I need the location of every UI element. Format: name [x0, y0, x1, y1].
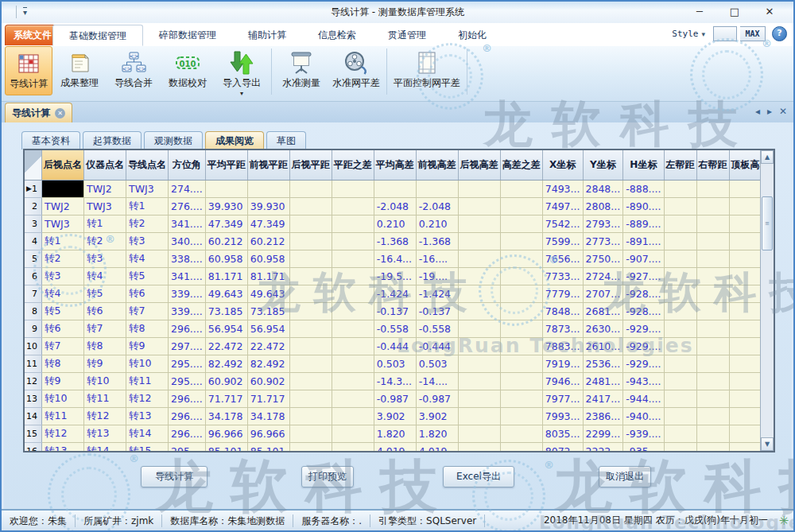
ribbon-button[interactable]: 010数据校对 [161, 46, 215, 89]
table-cell[interactable] [664, 407, 696, 425]
table-cell[interactable] [664, 372, 696, 390]
table-cell[interactable]: 7542... [542, 215, 583, 232]
table-cell[interactable]: 转12 [84, 407, 126, 425]
subtab[interactable]: 观测数据 [144, 131, 203, 150]
scroll-down-icon[interactable]: ▼ [761, 437, 774, 451]
table-cell[interactable] [458, 180, 500, 197]
table-cell[interactable] [664, 285, 696, 302]
table-cell[interactable] [289, 250, 332, 267]
table-cell[interactable]: 转13 [84, 425, 126, 442]
table-cell[interactable]: -929.... [623, 355, 664, 372]
table-cell[interactable] [289, 337, 332, 355]
table-cell[interactable]: 7733... [542, 267, 583, 285]
column-header[interactable]: 前视高差 [416, 150, 458, 180]
action-button[interactable]: 导线计算 [141, 466, 207, 487]
select-all-corner[interactable] [25, 150, 42, 180]
table-cell[interactable]: 2724... [583, 267, 623, 285]
table-cell[interactable]: 47.349 [247, 215, 289, 232]
table-cell[interactable] [696, 337, 729, 355]
table-cell[interactable]: 转11 [42, 407, 84, 425]
column-header[interactable]: 高差之差 [500, 150, 542, 180]
table-cell[interactable] [332, 232, 374, 250]
table-cell[interactable]: 2630... [583, 320, 623, 337]
subtab[interactable]: 起算数据 [83, 131, 142, 150]
table-cell[interactable]: 转10 [42, 390, 84, 407]
ribbon-button[interactable]: 水准测量 [274, 46, 328, 89]
table-cell[interactable]: 47.349 [205, 215, 247, 232]
table-cell[interactable] [458, 337, 500, 355]
scroll-up-icon[interactable]: ▲ [761, 150, 774, 164]
row-header[interactable]: 12 [25, 372, 42, 390]
table-cell[interactable] [332, 215, 374, 232]
table-cell[interactable] [458, 320, 500, 337]
table-cell[interactable] [289, 442, 332, 452]
table-cell[interactable]: 60.902 [247, 372, 289, 390]
table-cell[interactable]: 49.643 [205, 285, 247, 302]
table-cell[interactable]: 转9 [84, 355, 126, 372]
vertical-scrollbar[interactable]: ▲ ≡ ▼ [760, 150, 774, 451]
action-button[interactable]: Excel导出 [443, 466, 514, 487]
row-header[interactable]: 5 [25, 250, 42, 267]
table-cell[interactable] [664, 442, 696, 452]
table-cell[interactable]: 22.472 [205, 337, 247, 355]
table-cell[interactable] [458, 355, 500, 372]
table-cell[interactable]: 转6 [42, 320, 84, 337]
table-cell[interactable]: 7977... [542, 390, 583, 407]
table-cell[interactable]: 2793... [583, 215, 623, 232]
table-cell[interactable]: TWJ3 [126, 180, 169, 197]
table-cell[interactable]: 转13 [126, 407, 169, 425]
table-cell[interactable] [500, 285, 542, 302]
table-cell[interactable]: 56.954 [247, 320, 289, 337]
ribbon-button[interactable]: 导线计算 [5, 46, 52, 95]
table-cell[interactable]: -890.... [623, 197, 664, 215]
table-cell[interactable]: 转9 [42, 372, 84, 390]
table-cell[interactable] [289, 425, 332, 442]
column-header[interactable]: H坐标 [623, 150, 664, 180]
ribbon-button[interactable]: 导入导出▾ [215, 46, 269, 97]
table-cell[interactable]: -0.558 [374, 320, 416, 337]
table-cell[interactable] [289, 302, 332, 320]
tab-close-icon[interactable]: ✕ [55, 108, 65, 118]
table-cell[interactable]: TWJ3 [42, 215, 84, 232]
table-cell[interactable] [458, 215, 500, 232]
table-cell[interactable] [458, 250, 500, 267]
table-cell[interactable]: 转8 [126, 320, 169, 337]
table-cell[interactable]: 转7 [84, 320, 126, 337]
table-cell[interactable]: 转8 [42, 355, 84, 372]
table-cell[interactable]: 0.210 [374, 215, 416, 232]
table-cell[interactable]: -1.424 [374, 285, 416, 302]
table-cell[interactable]: 60.958 [247, 250, 289, 267]
column-header[interactable]: 后视高差 [458, 150, 500, 180]
table-cell[interactable] [500, 180, 542, 197]
table-cell[interactable]: 39.930 [205, 197, 247, 215]
table-cell[interactable] [332, 337, 374, 355]
table-cell[interactable]: 转1 [126, 197, 169, 215]
table-cell[interactable]: -891.... [623, 232, 664, 250]
table-cell[interactable]: 2681... [583, 302, 623, 320]
subtab[interactable]: 成果阅览 [205, 131, 264, 150]
table-cell[interactable]: 2750... [583, 250, 623, 267]
table-cell[interactable] [332, 355, 374, 372]
table-cell[interactable]: 转12 [42, 425, 84, 442]
table-cell[interactable]: TWJ3 [84, 197, 126, 215]
table-cell[interactable] [289, 180, 332, 197]
table-cell[interactable]: 7873... [542, 320, 583, 337]
scroll-tabs-right-icon[interactable]: ▸ [767, 106, 772, 117]
table-cell[interactable]: -0.444 [374, 337, 416, 355]
table-cell[interactable]: 转4 [126, 250, 169, 267]
row-header[interactable]: 8 [25, 302, 42, 320]
table-cell[interactable] [696, 320, 729, 337]
table-cell[interactable]: -928.... [623, 285, 664, 302]
style-label[interactable]: Style [672, 29, 698, 39]
table-cell[interactable]: 60.958 [205, 250, 247, 267]
table-cell[interactable] [289, 372, 332, 390]
close-button[interactable]: ✕ [752, 3, 787, 21]
table-cell[interactable] [332, 285, 374, 302]
table-cell[interactable] [332, 425, 374, 442]
table-cell[interactable]: 转1 [42, 232, 84, 250]
table-cell[interactable]: 73.185 [247, 302, 289, 320]
column-header[interactable]: 右帮距 [696, 150, 729, 180]
table-cell[interactable]: -935.... [623, 442, 664, 452]
table-cell[interactable]: 2773... [583, 232, 623, 250]
table-cell[interactable] [664, 250, 696, 267]
